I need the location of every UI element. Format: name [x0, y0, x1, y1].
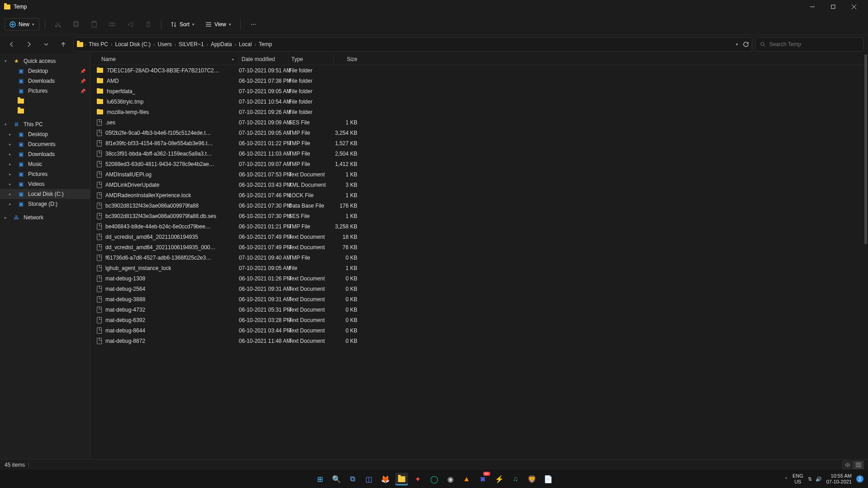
- file-list[interactable]: 7DE1C16F-28AD-4DC3-8B3E-FA7B2107C2… 07-1…: [90, 65, 868, 459]
- address-bar[interactable]: › This PC›Local Disk (C:)›Users›SILVER~1…: [73, 37, 752, 52]
- file-row[interactable]: AMDInstallUEPl.og 06-10-2021 07:53 PM Te…: [90, 169, 868, 180]
- language-indicator[interactable]: ENG US: [792, 473, 803, 485]
- firefox-icon[interactable]: 🦊: [379, 473, 392, 485]
- sidebar-quick-item[interactable]: ▣Downloads📌: [0, 76, 90, 86]
- app-icon[interactable]: ✦: [412, 473, 424, 485]
- file-row[interactable]: 52088ed3-63d0-4811-9434-3278c9e4b2ae… 07…: [90, 159, 868, 169]
- column-header-date[interactable]: Date modified: [239, 53, 289, 65]
- refresh-icon[interactable]: [743, 41, 749, 47]
- widgets-icon[interactable]: ◫: [363, 473, 375, 485]
- file-row[interactable]: lghub_agent_instance_lock 07-10-2021 09:…: [90, 263, 868, 273]
- file-row[interactable]: mat-debug-8644 06-10-2021 03:44 PM Text …: [90, 325, 868, 336]
- file-row[interactable]: dd_vcredist_amd64_20211006194935 06-10-2…: [90, 232, 868, 242]
- sidebar-pc-item[interactable]: ▸▣Desktop: [0, 129, 90, 139]
- start-button[interactable]: ⊞: [314, 473, 327, 485]
- column-header-size[interactable]: Size: [334, 53, 361, 65]
- volume-icon[interactable]: 🔊: [816, 476, 822, 482]
- file-row[interactable]: be406843-b9de-44eb-b24c-6e0ccd79bee… 06-…: [90, 221, 868, 232]
- paste-icon[interactable]: [87, 17, 101, 32]
- discord-icon[interactable]: ◙9+: [477, 473, 489, 485]
- sidebar-this-pc[interactable]: ▾ 🖥 This PC: [0, 119, 90, 129]
- copy-icon[interactable]: [69, 17, 83, 32]
- breadcrumb-segment[interactable]: Local: [237, 41, 254, 47]
- sidebar-pc-item[interactable]: ▸▣Documents: [0, 139, 90, 149]
- breadcrumb-segment[interactable]: SILVER~1: [177, 41, 205, 47]
- file-row[interactable]: mat-debug-1308 06-10-2021 01:26 PM Text …: [90, 273, 868, 284]
- breadcrumb-segment[interactable]: AppData: [209, 41, 234, 47]
- file-row[interactable]: lu6536tryic.tmp 07-10-2021 10:54 AM File…: [90, 96, 868, 107]
- view-details-button[interactable]: [854, 461, 863, 469]
- file-row[interactable]: .ses 07-10-2021 09:09 AM SES File 1 KB: [90, 117, 868, 128]
- sort-button[interactable]: Sort ▾: [167, 19, 198, 30]
- delete-icon[interactable]: [141, 17, 156, 32]
- file-row[interactable]: mat-debug-3888 06-10-2021 09:31 AM Text …: [90, 294, 868, 304]
- column-header-type[interactable]: Type: [289, 53, 334, 65]
- sidebar-quick-access[interactable]: ▾ ★ Quick access: [0, 56, 90, 66]
- document-icon[interactable]: 📄: [542, 473, 555, 485]
- scrollbar-thumb[interactable]: [864, 54, 867, 244]
- file-row[interactable]: bc3902d8132f43e3ae086a009979fa88.db.ses …: [90, 211, 868, 221]
- view-thumbnails-button[interactable]: [843, 461, 853, 469]
- file-row[interactable]: bc3902d8132f43e3ae086a009979fa88 06-10-2…: [90, 200, 868, 211]
- clock[interactable]: 10:55 AM 07-10-2021: [826, 473, 852, 485]
- column-header-name[interactable]: Name ▴: [90, 53, 239, 65]
- file-row[interactable]: 05f2b2fe-9ca0-4fb3-b4e6-f105c5124ede.t… …: [90, 128, 868, 138]
- maximize-button[interactable]: [823, 0, 844, 14]
- wifi-icon[interactable]: ⇅: [808, 476, 812, 482]
- sidebar-folder-placeholder[interactable]: [0, 106, 90, 116]
- app-icon[interactable]: ⚡: [493, 473, 506, 485]
- sidebar-quick-item[interactable]: ▣Desktop📌: [0, 66, 90, 76]
- sidebar-quick-item[interactable]: ▣Pictures📌: [0, 86, 90, 96]
- sidebar-pc-item[interactable]: ▸▣Downloads: [0, 149, 90, 159]
- breadcrumb-segment[interactable]: This PC: [87, 41, 110, 47]
- spotify-icon[interactable]: ♫: [509, 473, 522, 485]
- up-button[interactable]: [56, 37, 71, 52]
- grammarly-icon[interactable]: ◯: [428, 473, 441, 485]
- file-row[interactable]: AMDRadeonInstallerXperience.lock 06-10-2…: [90, 190, 868, 200]
- close-button[interactable]: [844, 0, 864, 14]
- file-row[interactable]: 8f1e39fc-bf33-4154-867a-08e554ab3e96.t… …: [90, 138, 868, 148]
- breadcrumb-segment[interactable]: Users: [156, 41, 173, 47]
- back-button[interactable]: [5, 37, 19, 52]
- sidebar-pc-item[interactable]: ▸▣Pictures: [0, 169, 90, 179]
- file-row[interactable]: hsperfdata_ 07-10-2021 09:05 AM File fol…: [90, 86, 868, 96]
- sidebar-pc-item[interactable]: ▸▣Videos: [0, 179, 90, 189]
- cut-icon[interactable]: [51, 17, 65, 32]
- forward-button[interactable]: [22, 37, 36, 52]
- file-row[interactable]: mat-debug-8872 06-10-2021 11:48 AM Text …: [90, 336, 868, 346]
- file-row[interactable]: f61736d6-a7d8-4527-adb6-1366f025c2e3… 07…: [90, 252, 868, 263]
- file-row[interactable]: mat-debug-2564 06-10-2021 09:31 AM Text …: [90, 284, 868, 294]
- address-dropdown-icon[interactable]: ▾: [736, 42, 738, 47]
- file-row[interactable]: AMD 06-10-2021 07:38 PM File folder: [90, 76, 868, 86]
- share-icon[interactable]: [123, 17, 138, 32]
- more-icon[interactable]: ⋯: [246, 17, 261, 32]
- brave-icon[interactable]: 🦁: [526, 473, 538, 485]
- sidebar-pc-item[interactable]: ▸▣Local Disk (C:): [0, 189, 90, 199]
- file-explorer-icon[interactable]: [395, 473, 408, 485]
- file-row[interactable]: mat-debug-6392 06-10-2021 03:28 PM Text …: [90, 315, 868, 325]
- search-box[interactable]: [755, 37, 863, 52]
- breadcrumb-segment[interactable]: Local Disk (C:): [113, 41, 152, 47]
- tray-chevron-icon[interactable]: ⌃: [784, 477, 788, 482]
- new-button[interactable]: New ▾: [5, 18, 39, 31]
- file-row[interactable]: AMDLinkDriverUpdate 06-10-2021 03:43 PM …: [90, 180, 868, 190]
- file-row[interactable]: mat-debug-4732 06-10-2021 05:31 PM Text …: [90, 304, 868, 315]
- file-row[interactable]: 38cc3f91-bbda-4bff-a362-1159eac5a9a3.t… …: [90, 148, 868, 159]
- vlc-icon[interactable]: ▲: [460, 473, 473, 485]
- minimize-button[interactable]: [802, 0, 823, 14]
- view-button[interactable]: View ▾: [202, 19, 235, 30]
- sidebar-pc-item[interactable]: ▸▣Music: [0, 159, 90, 169]
- rename-icon[interactable]: [105, 17, 119, 32]
- notification-badge[interactable]: 2: [856, 475, 863, 483]
- file-row[interactable]: mozilla-temp-files 07-10-2021 09:26 AM F…: [90, 107, 868, 117]
- taskbar-search-icon[interactable]: 🔍: [330, 473, 343, 485]
- recent-dropdown-button[interactable]: [39, 37, 53, 52]
- search-input[interactable]: [769, 41, 859, 47]
- sidebar-pc-item[interactable]: ▸▣Storage (D:): [0, 199, 90, 209]
- file-row[interactable]: dd_vcredist_amd64_20211006194935_000… 06…: [90, 242, 868, 252]
- obs-icon[interactable]: ◉: [444, 473, 457, 485]
- breadcrumb-segment[interactable]: Temp: [257, 41, 274, 47]
- task-view-icon[interactable]: ⧉: [346, 473, 359, 485]
- file-row[interactable]: 7DE1C16F-28AD-4DC3-8B3E-FA7B2107C2… 07-1…: [90, 65, 868, 76]
- sidebar-folder-placeholder[interactable]: [0, 96, 90, 106]
